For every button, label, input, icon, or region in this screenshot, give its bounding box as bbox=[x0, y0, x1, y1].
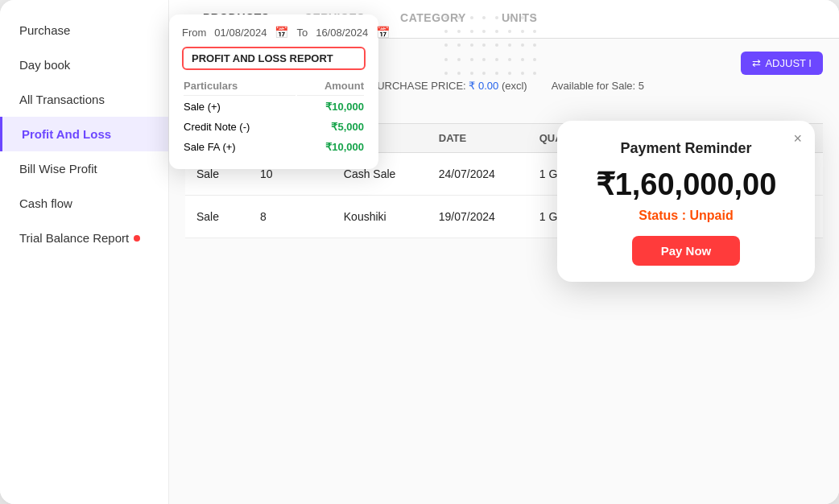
pl-amount: ₹5,000 bbox=[297, 118, 364, 136]
pl-particular: Sale (+) bbox=[184, 97, 296, 116]
pl-particular: Sale FA (+) bbox=[184, 138, 296, 156]
sidebar-item-purchase[interactable]: Purchase bbox=[0, 13, 168, 48]
cell-type: Sale bbox=[185, 196, 249, 238]
close-button[interactable]: × bbox=[793, 130, 802, 147]
calendar-icon-to[interactable]: 📅 bbox=[376, 26, 390, 39]
payment-amount: ₹1,60,000,00 bbox=[580, 167, 792, 202]
pl-col-particulars: Particulars bbox=[184, 78, 296, 96]
pay-now-button[interactable]: Pay Now bbox=[632, 236, 741, 266]
from-label: From bbox=[182, 27, 206, 39]
pl-popup: From 01/08/2024 📅 To 16/08/2024 📅 PROFIT… bbox=[169, 14, 378, 169]
pl-col-amount: Amount bbox=[297, 78, 364, 96]
cell-invoice: 8 bbox=[249, 196, 333, 238]
pl-table-row: Sale (+)₹10,000 bbox=[184, 97, 364, 116]
cell-date: 24/07/2024 bbox=[428, 153, 528, 196]
payment-reminder-title: Payment Reminder bbox=[580, 140, 792, 157]
status-value: Unpaid bbox=[689, 209, 733, 222]
cell-date: 19/07/2024 bbox=[428, 196, 528, 238]
purchase-price-value: ₹ 0.00 bbox=[469, 80, 498, 92]
pl-title: PROFIT AND LOSS REPORT bbox=[182, 47, 366, 70]
sidebar-item-profit-and-loss[interactable]: Profit And Loss bbox=[0, 117, 168, 151]
payment-status: Status : Unpaid bbox=[580, 209, 792, 223]
adjust-button[interactable]: ⇄ ADJUST I bbox=[741, 52, 823, 75]
notification-dot bbox=[134, 235, 140, 242]
status-label: Status : bbox=[639, 209, 686, 222]
to-date: 16/08/2024 bbox=[316, 27, 368, 39]
available-sale-label: Available for Sale: 5 bbox=[552, 80, 644, 92]
sidebar-item-daybook[interactable]: Day book bbox=[0, 48, 168, 82]
pl-date-range: From 01/08/2024 📅 To 16/08/2024 📅 bbox=[182, 26, 366, 39]
pl-particular: Credit Note (-) bbox=[184, 118, 296, 136]
pl-amount: ₹10,000 bbox=[297, 97, 364, 116]
pl-table-row: Credit Note (-)₹5,000 bbox=[184, 118, 364, 136]
col-date: DATE bbox=[428, 124, 528, 153]
payment-popup: × Payment Reminder ₹1,60,000,00 Status :… bbox=[557, 121, 815, 282]
to-label: To bbox=[296, 27, 308, 39]
sidebar-item-bill-wise-profit[interactable]: Bill Wise Profit bbox=[0, 151, 168, 186]
sidebar-item-trial-balance[interactable]: Trial Balance Report bbox=[0, 221, 168, 255]
tab-units[interactable]: UNITS bbox=[484, 0, 556, 38]
sidebar-item-cash-flow[interactable]: Cash flow bbox=[0, 186, 168, 221]
tab-category[interactable]: CATEGORY bbox=[382, 0, 484, 38]
pl-amount: ₹10,000 bbox=[297, 138, 364, 156]
sidebar: Purchase Day book All Transactions Profi… bbox=[0, 0, 169, 504]
app-container: Purchase Day book All Transactions Profi… bbox=[0, 0, 839, 504]
purchase-price-label: PURCHASE PRICE: ₹ 0.00 (excl) bbox=[370, 80, 527, 92]
adjust-icon: ⇄ bbox=[752, 57, 761, 69]
pl-table: Particulars Amount Sale (+)₹10,000Credit… bbox=[182, 76, 366, 158]
calendar-icon-from[interactable]: 📅 bbox=[275, 26, 288, 39]
sidebar-item-all-transactions[interactable]: All Transactions bbox=[0, 82, 168, 117]
from-date: 01/08/2024 bbox=[214, 27, 267, 39]
cell-name: Koushiki bbox=[333, 196, 428, 238]
pl-table-row: Sale FA (+)₹10,000 bbox=[184, 138, 364, 156]
